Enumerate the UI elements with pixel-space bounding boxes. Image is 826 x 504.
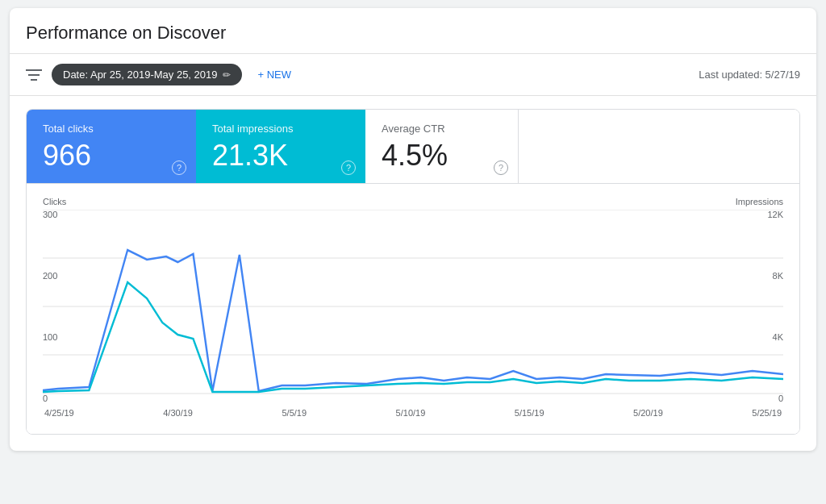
page-header: Performance on Discover bbox=[10, 8, 816, 54]
date-range-label: Date: Apr 25, 2019-May 25, 2019 bbox=[63, 69, 218, 81]
metrics-row: Total clicks 966 ? Total impressions 21.… bbox=[27, 110, 799, 184]
chart-right-axis-label: Impressions bbox=[736, 197, 783, 206]
chart-svg bbox=[43, 210, 783, 403]
clicks-label: Total clicks bbox=[43, 123, 180, 135]
impressions-help-icon[interactable]: ? bbox=[341, 160, 356, 175]
filter-icon[interactable] bbox=[26, 69, 42, 81]
x-label-515: 5/15/19 bbox=[515, 408, 544, 418]
x-label-425: 4/25/19 bbox=[44, 408, 74, 418]
ctr-label: Average CTR bbox=[382, 123, 502, 135]
metric-card-clicks: Total clicks 966 ? bbox=[27, 110, 196, 183]
date-range-button[interactable]: Date: Apr 25, 2019-May 25, 2019 ✏ bbox=[52, 64, 242, 85]
content-area: Total clicks 966 ? Total impressions 21.… bbox=[10, 96, 816, 451]
metric-card-impressions: Total impressions 21.3K ? bbox=[196, 110, 365, 183]
impressions-label: Total impressions bbox=[212, 123, 349, 135]
chart-svg-wrapper: 300 200 100 0 12K 8K 4K 0 bbox=[43, 210, 783, 403]
page-title: Performance on Discover bbox=[26, 23, 800, 44]
clicks-help-icon[interactable]: ? bbox=[172, 160, 186, 175]
edit-icon: ✏ bbox=[223, 69, 231, 81]
toolbar: Date: Apr 25, 2019-May 25, 2019 ✏ + NEW … bbox=[10, 54, 816, 96]
x-label-505: 5/5/19 bbox=[282, 408, 307, 418]
last-updated-text: Last updated: 5/27/19 bbox=[699, 69, 800, 81]
clicks-value: 966 bbox=[43, 140, 180, 172]
chart-axis-top-labels: Clicks Impressions bbox=[43, 197, 783, 206]
metric-card-ctr: Average CTR 4.5% ? bbox=[365, 110, 519, 183]
new-button[interactable]: + NEW bbox=[252, 64, 298, 85]
x-label-525: 5/25/19 bbox=[752, 408, 782, 418]
metrics-chart-container: Total clicks 966 ? Total impressions 21.… bbox=[26, 109, 800, 435]
x-label-520: 5/20/19 bbox=[633, 408, 663, 418]
x-label-510: 5/10/19 bbox=[396, 408, 426, 418]
metric-empty-space bbox=[519, 110, 799, 183]
impressions-value: 21.3K bbox=[212, 140, 349, 172]
chart-area: Clicks Impressions bbox=[27, 184, 799, 434]
chart-left-axis-label: Clicks bbox=[43, 197, 66, 206]
x-axis-labels: 4/25/19 4/30/19 5/5/19 5/10/19 5/15/19 5… bbox=[43, 408, 783, 418]
ctr-value: 4.5% bbox=[382, 140, 502, 172]
x-label-430: 4/30/19 bbox=[163, 408, 193, 418]
page-container: Performance on Discover Date: Apr 25, 20… bbox=[10, 8, 816, 451]
ctr-help-icon[interactable]: ? bbox=[494, 160, 508, 175]
clicks-line bbox=[43, 250, 783, 391]
